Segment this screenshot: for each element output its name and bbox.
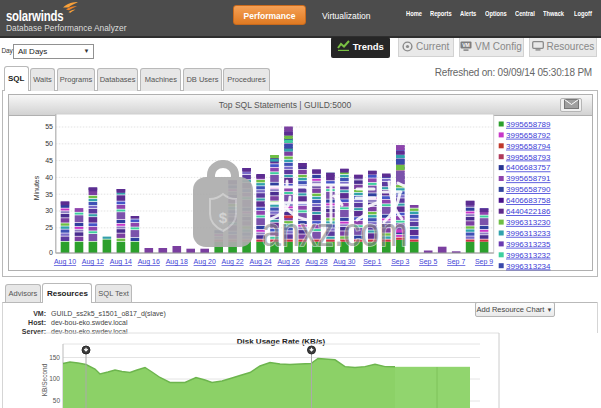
- svg-text:$: $: [219, 209, 228, 226]
- svg-text:anxz.com: anxz.com: [262, 210, 408, 254]
